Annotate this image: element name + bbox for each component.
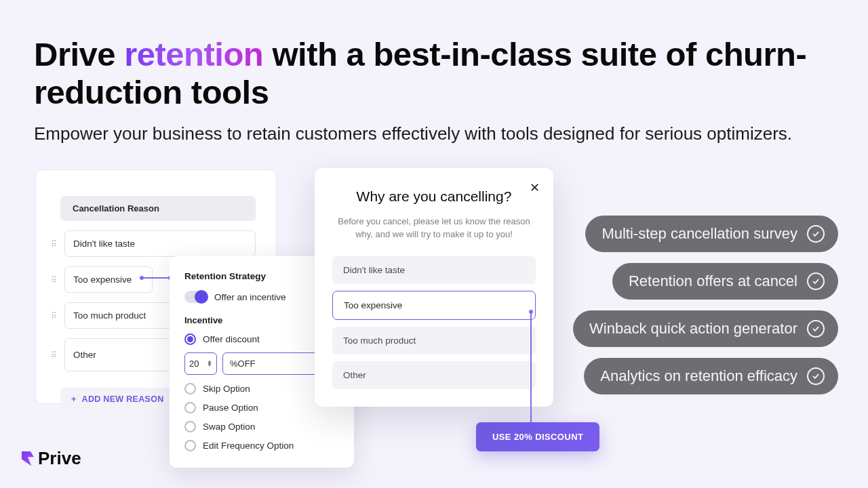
feature-pill: Multi-step cancellation survey xyxy=(585,216,838,252)
reason-input[interactable]: Didn't like taste xyxy=(64,230,256,257)
add-reason-label: ADD NEW REASON xyxy=(82,394,164,404)
cancel-reason-option[interactable]: Too much product xyxy=(332,327,536,354)
radio-label: Edit Frequency Option xyxy=(203,441,294,451)
radio-icon xyxy=(184,383,196,394)
reason-header: Cancellation Reason xyxy=(60,196,256,221)
radio-icon xyxy=(184,421,196,432)
reason-input[interactable]: Other xyxy=(64,338,173,371)
connector-line xyxy=(142,277,170,279)
check-circle-icon xyxy=(807,272,825,290)
feature-pill: Retention offers at cancel xyxy=(612,263,838,300)
radio-label: Skip Option xyxy=(203,384,250,394)
brand-logo: Prive xyxy=(22,448,81,469)
reason-input[interactable]: Too expensive xyxy=(64,266,153,293)
discount-value-input[interactable]: 20 ▲▼ xyxy=(184,352,217,375)
feature-label: Multi-step cancellation survey xyxy=(601,225,797,243)
radio-label: Swap Option xyxy=(203,422,255,432)
reason-input[interactable]: Too much product xyxy=(64,302,173,329)
reason-row: ⠿ Didn't like taste xyxy=(50,230,256,257)
stepper-icon[interactable]: ▲▼ xyxy=(207,361,212,367)
brand-name: Prive xyxy=(38,448,81,469)
modal-title: Why are you cancelling? xyxy=(332,188,536,205)
cancel-reason-option[interactable]: Didn't like taste xyxy=(332,256,536,284)
incentive-option[interactable]: Swap Option xyxy=(184,421,339,432)
radio-icon xyxy=(184,440,196,451)
drag-handle-icon[interactable]: ⠿ xyxy=(50,353,58,357)
feature-pill: Winback quick action generator xyxy=(573,310,838,347)
feature-label: Winback quick action generator xyxy=(589,320,797,338)
discount-value: 20 xyxy=(189,359,199,369)
use-discount-button[interactable]: USE 20% DISCOUNT xyxy=(476,422,599,451)
radio-icon xyxy=(184,402,196,413)
close-icon[interactable]: ✕ xyxy=(530,180,540,195)
incentive-toggle-label: Offer an incentive xyxy=(214,292,286,302)
headline-part1: Drive xyxy=(34,36,124,73)
logo-mark-icon xyxy=(22,451,34,466)
incentive-option[interactable]: Edit Frequency Option xyxy=(184,440,339,451)
incentive-toggle[interactable] xyxy=(184,291,208,303)
feature-label: Analytics on retention efficacy xyxy=(600,367,797,385)
cancel-reason-option[interactable]: Too expensive xyxy=(332,291,536,320)
radio-label: Pause Option xyxy=(203,403,258,413)
feature-label: Retention offers at cancel xyxy=(629,272,797,290)
check-circle-icon xyxy=(807,320,825,338)
check-circle-icon xyxy=(807,367,825,385)
radio-label: Offer discount xyxy=(203,334,260,344)
page-subhead: Empower your business to retain customer… xyxy=(34,123,841,144)
headline-accent: retention xyxy=(124,36,263,73)
modal-description: Before you cancel, please let us know th… xyxy=(332,216,536,241)
discount-unit: %OFF xyxy=(230,359,256,369)
plus-icon: + xyxy=(71,394,77,404)
cancel-survey-modal: ✕ Why are you cancelling? Before you can… xyxy=(315,168,553,407)
drag-handle-icon[interactable]: ⠿ xyxy=(50,314,58,318)
drag-handle-icon[interactable]: ⠿ xyxy=(50,242,58,246)
page-headline: Drive retention with a best-in-class sui… xyxy=(34,35,834,112)
connector-line xyxy=(530,312,532,428)
check-circle-icon xyxy=(807,225,825,243)
add-reason-button[interactable]: + ADD NEW REASON xyxy=(60,388,174,411)
radio-icon xyxy=(184,333,196,345)
feature-pill: Analytics on retention efficacy xyxy=(584,358,838,394)
drag-handle-icon[interactable]: ⠿ xyxy=(50,278,58,282)
cancel-reason-option[interactable]: Other xyxy=(332,361,536,389)
